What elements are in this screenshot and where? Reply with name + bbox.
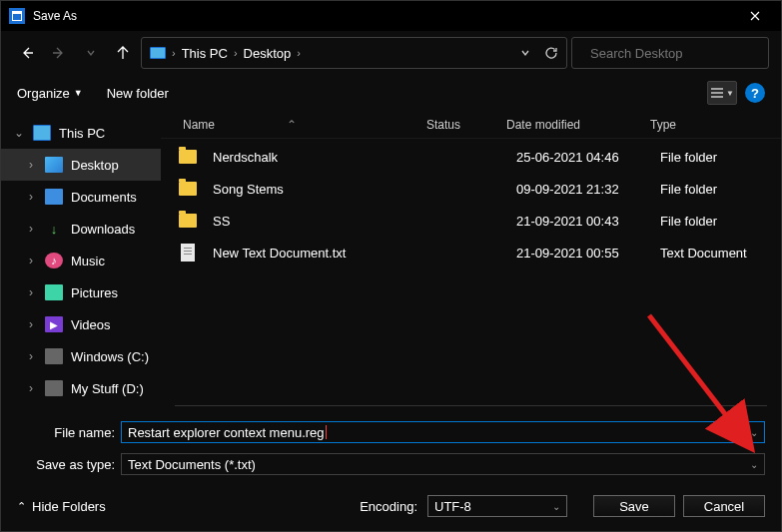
refresh-icon[interactable]	[544, 46, 558, 60]
encoding-value: UTF-8	[434, 499, 471, 514]
close-icon	[750, 11, 760, 21]
help-button[interactable]: ?	[745, 83, 765, 103]
chevron-down-icon[interactable]	[520, 48, 530, 58]
sidebar-item-downloads[interactable]: ›↓Downloads	[1, 213, 161, 245]
chevron-right-icon: ›	[234, 47, 238, 59]
chevron-right-icon: ›	[25, 317, 37, 331]
documents-icon	[45, 189, 63, 205]
recent-dropdown[interactable]	[77, 39, 105, 67]
toolbar: Organize▼ New folder ▼ ?	[1, 75, 781, 111]
sidebar-this-pc[interactable]: ⌄ This PC	[1, 117, 161, 149]
pictures-icon	[45, 284, 63, 300]
column-type[interactable]: Type	[650, 118, 763, 132]
sidebar-item-drive-c[interactable]: ›Windows (C:)	[1, 340, 161, 372]
input-area: File name: Restart explorer context menu…	[1, 411, 781, 475]
sidebar-label: Pictures	[71, 285, 118, 300]
sidebar-item-videos[interactable]: ›▶Videos	[1, 308, 161, 340]
pc-icon	[33, 125, 51, 141]
file-date: 21-09-2021 00:43	[516, 214, 660, 229]
sidebar-item-drive-d[interactable]: ›My Stuff (D:)	[1, 372, 161, 404]
file-row[interactable]: New Text Document.txt 21-09-2021 00:55 T…	[165, 237, 777, 268]
sidebar-label: My Stuff (D:)	[71, 381, 144, 396]
chevron-right-icon: ›	[25, 381, 37, 395]
pc-icon	[150, 47, 166, 59]
breadcrumb-leaf[interactable]: Desktop	[244, 46, 292, 61]
chevron-right-icon: ›	[172, 47, 176, 59]
file-name: New Text Document.txt	[209, 246, 436, 261]
sidebar-label: Music	[71, 254, 105, 268]
file-rows: Nerdschalk 25-06-2021 04:46 File folder …	[161, 139, 781, 405]
hide-folders-label: Hide Folders	[32, 499, 106, 514]
sidebar-item-desktop[interactable]: ›Desktop	[1, 149, 161, 181]
chevron-down-icon: ⌄	[13, 126, 25, 140]
file-row[interactable]: SS 21-09-2021 00:43 File folder	[165, 205, 777, 237]
sidebar: ⌄ This PC ›Desktop ›Documents ›↓Download…	[1, 111, 161, 411]
chevron-right-icon: ›	[25, 158, 37, 172]
chevron-down-icon: ⌄	[552, 501, 560, 512]
column-name[interactable]: Name⌃	[179, 118, 426, 132]
close-button[interactable]	[737, 1, 773, 31]
up-button[interactable]	[109, 39, 137, 67]
chevron-down-icon[interactable]: ⌄	[750, 427, 758, 438]
save-button[interactable]: Save	[593, 495, 675, 517]
new-folder-button[interactable]: New folder	[107, 86, 169, 101]
drive-icon	[45, 348, 63, 364]
titlebar: Save As	[1, 1, 781, 31]
column-headers: Name⌃ Status Date modified Type	[161, 111, 781, 139]
file-type: File folder	[660, 214, 763, 229]
downloads-icon: ↓	[45, 221, 63, 237]
chevron-down-icon: ⌄	[750, 459, 758, 470]
sidebar-item-documents[interactable]: ›Documents	[1, 181, 161, 213]
organize-menu[interactable]: Organize▼	[17, 86, 83, 101]
forward-button[interactable]	[45, 39, 73, 67]
file-date: 25-06-2021 04:46	[516, 150, 660, 165]
folder-icon	[179, 214, 197, 228]
chevron-right-icon: ›	[25, 254, 37, 267]
navigation-bar: › This PC › Desktop ›	[1, 31, 781, 75]
save-as-dialog: Save As › This PC › Desktop › Organize▼	[0, 0, 782, 532]
back-button[interactable]	[13, 39, 41, 67]
search-input[interactable]	[590, 46, 758, 61]
desktop-icon	[45, 157, 63, 173]
address-bar[interactable]: › This PC › Desktop ›	[141, 37, 567, 69]
file-name: Song Stems	[209, 182, 436, 197]
save-type-value: Text Documents (*.txt)	[128, 457, 256, 472]
content-area: ⌄ This PC ›Desktop ›Documents ›↓Download…	[1, 111, 781, 411]
app-icon	[9, 8, 25, 24]
file-row[interactable]: Song Stems 09-09-2021 21:32 File folder	[165, 173, 777, 205]
breadcrumb-root[interactable]: This PC	[182, 46, 228, 61]
folder-icon	[179, 150, 197, 164]
caret-down-icon: ▼	[726, 89, 734, 98]
sidebar-label: Desktop	[71, 158, 119, 173]
sidebar-item-music[interactable]: ›♪Music	[1, 245, 161, 276]
sidebar-item-pictures[interactable]: ›Pictures	[1, 276, 161, 308]
cancel-button[interactable]: Cancel	[683, 495, 765, 517]
chevron-right-icon: ›	[25, 349, 37, 363]
search-box[interactable]	[571, 37, 769, 69]
filename-input[interactable]: Restart explorer context menu.reg⌄	[121, 421, 765, 443]
column-status[interactable]: Status	[426, 118, 506, 132]
filename-label: File name:	[17, 425, 121, 440]
folder-icon	[179, 182, 197, 196]
save-type-select[interactable]: Text Documents (*.txt)⌄	[121, 453, 765, 475]
footer: ⌃Hide Folders Encoding: UTF-8⌄ Save Canc…	[1, 485, 781, 525]
encoding-select[interactable]: UTF-8⌄	[427, 495, 567, 517]
save-type-label: Save as type:	[17, 457, 121, 472]
file-type: File folder	[660, 182, 763, 197]
horizontal-scrollbar[interactable]	[175, 405, 767, 411]
chevron-right-icon: ›	[25, 285, 37, 299]
sort-indicator-icon: ⌃	[287, 118, 295, 132]
organize-label: Organize	[17, 86, 70, 101]
arrow-up-icon	[116, 46, 130, 60]
column-date[interactable]: Date modified	[506, 118, 650, 132]
drive-icon	[45, 380, 63, 396]
hide-folders-button[interactable]: ⌃Hide Folders	[17, 499, 106, 514]
view-menu[interactable]: ▼	[707, 81, 737, 105]
arrow-right-icon	[52, 46, 66, 60]
chevron-up-icon: ⌃	[17, 500, 26, 513]
sidebar-label: Downloads	[71, 222, 135, 237]
list-view-icon	[710, 87, 724, 99]
file-date: 21-09-2021 00:55	[516, 246, 660, 261]
file-row[interactable]: Nerdschalk 25-06-2021 04:46 File folder	[165, 141, 777, 173]
file-type: Text Document	[660, 246, 763, 261]
